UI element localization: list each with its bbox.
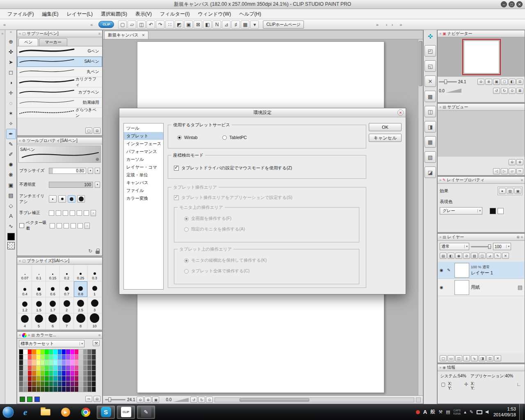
- move-screen-tool[interactable]: ✜: [6, 47, 16, 57]
- clip-to-layer-icon[interactable]: ◧: [447, 253, 454, 259]
- recent-color-swatch[interactable]: [34, 397, 40, 402]
- color-swatch[interactable]: [45, 376, 48, 381]
- dock-panel-button-8[interactable]: ▧: [425, 151, 436, 163]
- brush-size-option[interactable]: 0.07: [18, 265, 32, 281]
- flip-horizontal-icon[interactable]: ◧: [509, 79, 516, 85]
- color-swatch[interactable]: [49, 355, 53, 360]
- color-swatch[interactable]: [75, 349, 78, 354]
- opacity-spinner[interactable]: ▾: [95, 182, 100, 188]
- color-swatch[interactable]: [49, 365, 53, 370]
- color-swatch[interactable]: [28, 381, 32, 386]
- layer-color-icon[interactable]: ▣: [514, 188, 521, 194]
- color-swatch[interactable]: [23, 381, 27, 386]
- scroll-left-icon[interactable]: ‹: [384, 22, 389, 27]
- color-swatch[interactable]: [92, 355, 96, 360]
- collapse-left-icon[interactable]: «: [5, 30, 16, 37]
- add-subtool-icon[interactable]: ▢: [85, 128, 92, 134]
- color-swatch[interactable]: [58, 376, 62, 381]
- select-border-icon[interactable]: ▣: [184, 21, 193, 29]
- show-desktop-button[interactable]: [519, 404, 523, 420]
- color-swatch[interactable]: [41, 371, 44, 376]
- zoom-out-icon[interactable]: ⊖: [137, 397, 144, 403]
- subtool-tab-1[interactable]: マーカー: [39, 38, 67, 46]
- change-palette-icon[interactable]: ▤: [440, 253, 447, 259]
- color-swatch[interactable]: [49, 349, 53, 354]
- color-swatch[interactable]: [23, 371, 27, 376]
- brush-size-option[interactable]: 5: [32, 313, 46, 329]
- merge-down-icon[interactable]: ⇓: [463, 355, 470, 361]
- expression-color-select[interactable]: グレー ▾: [440, 207, 482, 215]
- left-dock-collapse-strip[interactable]: «: [0, 30, 5, 404]
- tabletpc-radio[interactable]: TabletPC: [222, 135, 247, 140]
- dock-panel-button-2[interactable]: ◱: [425, 60, 436, 72]
- close-tab-icon[interactable]: ✕: [142, 33, 145, 37]
- color-slider-tab-icon[interactable]: ≡: [28, 333, 30, 337]
- color-swatch[interactable]: [66, 349, 70, 354]
- color-swatch[interactable]: [92, 349, 96, 354]
- collapse-right-icon[interactable]: »: [439, 105, 441, 109]
- layer-opacity-slider[interactable]: [471, 246, 491, 247]
- layer-name[interactable]: レイヤー 1: [471, 270, 493, 276]
- color-swatch[interactable]: [79, 365, 82, 370]
- color-swatch[interactable]: [87, 360, 91, 365]
- color-swatch[interactable]: [79, 349, 82, 354]
- taskbar-media-player[interactable]: ▶: [57, 406, 75, 419]
- layer-row[interactable]: ◉ 用紙 ▤: [438, 279, 524, 296]
- brush-tool[interactable]: ✐: [6, 149, 16, 160]
- collapse-left-icon[interactable]: «: [19, 32, 21, 36]
- color-swatch[interactable]: [45, 381, 48, 386]
- vector-snap-level[interactable]: [78, 223, 83, 228]
- layer-visible-icon[interactable]: ◉: [440, 285, 445, 290]
- zoom-in-icon[interactable]: ⊕: [516, 159, 523, 165]
- decoration-tool[interactable]: ❋: [6, 170, 16, 180]
- color-swatch[interactable]: [87, 355, 91, 360]
- color-swatch[interactable]: [83, 349, 87, 354]
- panel-menu-icon[interactable]: ≡: [521, 235, 523, 239]
- dock-move-panel-icon[interactable]: ✜: [425, 32, 435, 41]
- tone-effect-icon[interactable]: ▨: [507, 188, 514, 194]
- color-swatch[interactable]: [45, 371, 48, 376]
- text-tool[interactable]: A: [6, 211, 16, 221]
- main-color-swatch[interactable]: [7, 233, 15, 240]
- canvas-zoom-slider[interactable]: [105, 399, 126, 400]
- color-swatch[interactable]: [83, 355, 87, 360]
- color-swatch[interactable]: [41, 349, 44, 354]
- brush-size-option[interactable]: 1: [88, 281, 101, 297]
- color-swatch[interactable]: [23, 349, 27, 354]
- subtool-item[interactable]: カブラペン: [17, 87, 102, 98]
- color-swatch[interactable]: [62, 376, 66, 381]
- layer-mask-icon[interactable]: ◨: [479, 355, 486, 361]
- brush-size-option[interactable]: 0.15: [46, 265, 59, 281]
- blend-tool[interactable]: ◑: [6, 78, 16, 88]
- color-swatch[interactable]: [49, 376, 53, 381]
- color-swatch[interactable]: [75, 355, 78, 360]
- color-swatch[interactable]: [49, 360, 53, 365]
- color-swatch[interactable]: [53, 349, 57, 354]
- color-swatch[interactable]: [37, 355, 40, 360]
- reset-rotation-icon[interactable]: ⊙: [206, 397, 213, 403]
- zoom-in-icon[interactable]: ⊕: [144, 397, 151, 403]
- minimize-button[interactable]: –: [501, 1, 507, 7]
- color-swatch[interactable]: [19, 365, 23, 370]
- color-swatch[interactable]: [53, 387, 57, 392]
- taskbar-skype[interactable]: S: [97, 406, 115, 419]
- hidden-icons-chevron[interactable]: ▴: [464, 409, 466, 415]
- layer-name[interactable]: 用紙: [471, 284, 480, 290]
- dock-panel-tone-button[interactable]: ▩: [425, 91, 436, 102]
- vector-snap-level[interactable]: [64, 223, 69, 228]
- stabilize-level[interactable]: [56, 210, 61, 216]
- canvas-tab[interactable]: 新規キャンバス ✕: [104, 31, 148, 39]
- open-file-icon[interactable]: ▱: [128, 21, 136, 29]
- color-swatch[interactable]: [28, 360, 32, 365]
- new-folder-icon[interactable]: ▭: [447, 355, 454, 361]
- actual-pixels-icon[interactable]: ◻: [501, 79, 508, 85]
- color-swatch[interactable]: [32, 376, 36, 381]
- color-swatch[interactable]: [32, 381, 36, 386]
- color-swatch[interactable]: [37, 371, 40, 376]
- lock-transparent-pixels-icon[interactable]: ▨: [471, 253, 478, 259]
- gradient-tool[interactable]: ▤: [6, 190, 16, 201]
- color-swatch[interactable]: [53, 365, 57, 370]
- apply-mask-icon[interactable]: ⊡: [486, 355, 493, 361]
- brush-size-option[interactable]: 7: [60, 313, 73, 329]
- airbrush-tool[interactable]: ✺: [6, 160, 16, 170]
